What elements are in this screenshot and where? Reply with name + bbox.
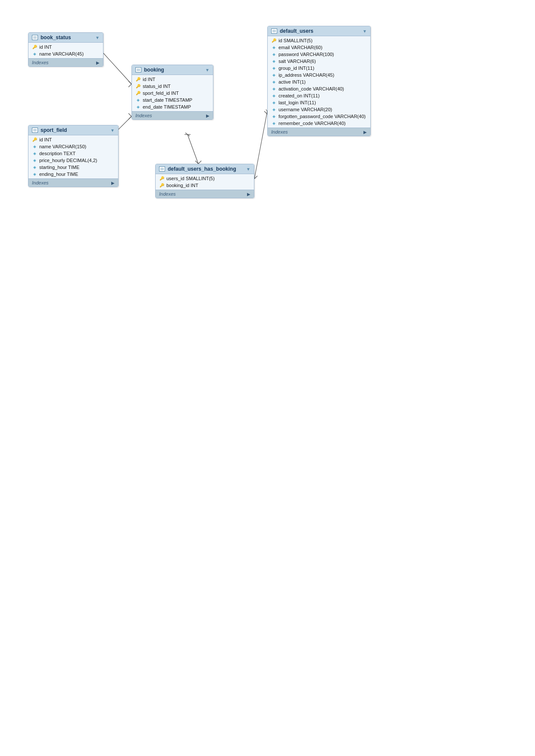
field-name: password VARCHAR(100) xyxy=(278,52,334,57)
svg-line-19 xyxy=(254,176,257,179)
indexes-expand-arrow[interactable]: ▶ xyxy=(247,192,250,197)
field-row: ◈ password VARCHAR(100) xyxy=(268,51,370,58)
field-row: 🔑 users_id SMALLINT(5) xyxy=(156,175,254,182)
table-icon xyxy=(32,35,38,40)
field-icon: ◈ xyxy=(271,107,276,112)
field-name: email VARCHAR(60) xyxy=(278,45,322,50)
indexes-row-duhb[interactable]: Indexes ▶ xyxy=(156,190,254,198)
field-row: ◈ username VARCHAR(20) xyxy=(268,106,370,113)
field-icon: ◈ xyxy=(271,59,276,64)
table-name-booking: booking xyxy=(144,67,203,73)
field-icon: ◈ xyxy=(271,66,276,71)
table-body-default-users: 🔑 id SMALLINT(5) ◈ email VARCHAR(60) ◈ p… xyxy=(268,36,370,128)
field-row: ◈ start_date TIMESTAMP xyxy=(132,97,213,103)
pk-icon: 🔑 xyxy=(32,44,37,50)
field-icon: ◈ xyxy=(32,151,37,156)
field-name: starting_hour TIME xyxy=(39,165,79,170)
table-default-users: default_users ▼ 🔑 id SMALLINT(5) ◈ email… xyxy=(267,26,371,136)
field-name: remember_code VARCHAR(40) xyxy=(278,121,346,126)
svg-line-1 xyxy=(128,81,131,84)
field-row: ◈ created_on INT(11) xyxy=(268,92,370,99)
svg-line-2 xyxy=(128,84,131,87)
indexes-expand-arrow[interactable]: ▶ xyxy=(96,60,100,65)
dropdown-arrow[interactable]: ▼ xyxy=(95,35,100,40)
field-name: price_hourly DECIMAL(4,2) xyxy=(39,158,97,163)
field-row: ◈ ip_address VARCHAR(45) xyxy=(268,72,370,78)
indexes-label: Indexes xyxy=(32,60,49,65)
field-name: sport_feld_id INT xyxy=(143,91,179,96)
pk-icon: 🔑 xyxy=(32,137,37,142)
field-row: 🔑 id SMALLINT(5) xyxy=(268,37,370,44)
pk-icon: 🔑 xyxy=(159,183,164,188)
svg-line-0 xyxy=(101,51,131,84)
field-row: ◈ name VARCHAR(150) xyxy=(28,143,118,150)
field-icon: ◈ xyxy=(271,114,276,119)
indexes-row-default-users[interactable]: Indexes ▶ xyxy=(268,128,370,136)
table-header-duhb[interactable]: default_users_has_booking ▼ xyxy=(156,164,254,174)
svg-line-8 xyxy=(128,113,131,116)
pk-icon: 🔑 xyxy=(135,77,141,82)
field-row: ◈ description TEXT xyxy=(28,150,118,157)
field-row: ◈ price_hourly DECIMAL(4,2) xyxy=(28,157,118,164)
field-name: group_id INT(11) xyxy=(278,66,314,71)
field-icon: ◈ xyxy=(135,104,141,109)
field-icon: ◈ xyxy=(271,52,276,57)
field-row: ◈ end_date TIMESTAMP xyxy=(132,103,213,110)
field-name: name VARCHAR(150) xyxy=(39,144,86,149)
indexes-row-booking[interactable]: Indexes ▶ xyxy=(132,111,213,119)
pk-icon: 🔑 xyxy=(159,176,164,181)
field-icon: ◈ xyxy=(32,158,37,163)
field-name: id INT xyxy=(39,137,52,142)
field-row: 🔑 sport_feld_id INT xyxy=(132,90,213,97)
table-booking: booking ▼ 🔑 id INT 🔑 status_id INT 🔑 spo… xyxy=(131,65,213,120)
table-name-book-status: book_status xyxy=(41,34,93,41)
svg-line-14 xyxy=(198,161,201,164)
field-name: id INT xyxy=(39,44,52,50)
field-row: ◈ name VARCHAR(45) xyxy=(28,50,103,57)
svg-line-13 xyxy=(195,161,198,164)
table-body-duhb: 🔑 users_id SMALLINT(5) 🔑 booking_id INT xyxy=(156,174,254,190)
table-name-sport-field: sport_field xyxy=(41,127,108,133)
field-name: name VARCHAR(45) xyxy=(39,51,84,56)
field-row: ◈ forgotten_password_code VARCHAR(40) xyxy=(268,113,370,120)
field-row: ◈ starting_hour TIME xyxy=(28,164,118,171)
field-name: users_id SMALLINT(5) xyxy=(166,176,215,181)
indexes-expand-arrow[interactable]: ▶ xyxy=(111,181,115,185)
field-icon: ◈ xyxy=(271,45,276,50)
table-body-booking: 🔑 id INT 🔑 status_id INT 🔑 sport_feld_id… xyxy=(132,75,213,111)
field-row: ◈ remember_code VARCHAR(40) xyxy=(268,120,370,127)
field-row: ◈ group_id INT(11) xyxy=(268,65,370,72)
field-icon: ◈ xyxy=(271,93,276,98)
table-icon xyxy=(159,166,165,172)
field-row: 🔑 booking_id INT xyxy=(156,182,254,189)
indexes-row-sport-field[interactable]: Indexes ▶ xyxy=(28,178,118,187)
table-header-booking[interactable]: booking ▼ xyxy=(132,65,213,75)
indexes-label: Indexes xyxy=(32,180,49,185)
table-header-book-status[interactable]: book_status ▼ xyxy=(28,33,103,43)
field-name: id SMALLINT(5) xyxy=(278,38,313,43)
field-icon: ◈ xyxy=(271,121,276,126)
field-icon: ◈ xyxy=(32,51,37,56)
pk-icon: 🔑 xyxy=(135,84,141,89)
indexes-label: Indexes xyxy=(135,113,152,118)
indexes-expand-arrow[interactable]: ▶ xyxy=(206,113,210,118)
field-icon: ◈ xyxy=(271,100,276,105)
indexes-row-book-status[interactable]: Indexes ▶ xyxy=(28,58,103,66)
pk-icon: 🔑 xyxy=(271,38,276,43)
indexes-expand-arrow[interactable]: ▶ xyxy=(363,130,367,134)
field-icon: ◈ xyxy=(32,172,37,177)
svg-line-17 xyxy=(264,111,267,114)
field-row: ◈ activation_code VARCHAR(40) xyxy=(268,85,370,92)
table-header-sport-field[interactable]: sport_field ▼ xyxy=(28,125,118,135)
dropdown-arrow[interactable]: ▼ xyxy=(363,29,367,34)
field-name: salt VARCHAR(6) xyxy=(278,59,316,64)
table-header-default-users[interactable]: default_users ▼ xyxy=(268,26,370,36)
field-name: ending_hour TIME xyxy=(39,172,78,177)
indexes-label: Indexes xyxy=(271,129,288,134)
dropdown-arrow[interactable]: ▼ xyxy=(110,128,115,133)
field-name: end_date TIMESTAMP xyxy=(143,104,191,109)
dropdown-arrow[interactable]: ▼ xyxy=(205,68,210,72)
dropdown-arrow[interactable]: ▼ xyxy=(246,167,250,172)
field-row: 🔑 status_id INT xyxy=(132,83,213,90)
field-row: ◈ ending_hour TIME xyxy=(28,171,118,178)
